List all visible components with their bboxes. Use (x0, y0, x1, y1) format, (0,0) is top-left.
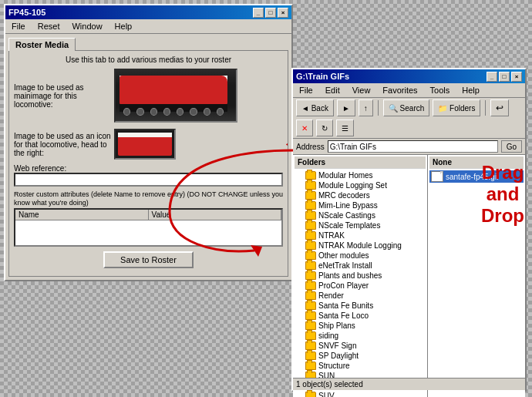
folder-label: NScale Castings (318, 211, 375, 220)
loco-icon-inner (118, 133, 172, 156)
window-content: Use this tab to add various medias to yo… (8, 50, 288, 277)
folder-icon (305, 261, 316, 270)
folder-label: Modular Homes (318, 171, 373, 180)
folder-item[interactable]: Santa Fe Bunits (295, 301, 426, 311)
main-menu-bar: File Reset Window Help (5, 19, 291, 34)
file-menu-view[interactable]: View (349, 85, 374, 96)
loco-main-image (116, 69, 236, 122)
folder-icon (305, 352, 316, 360)
folder-item[interactable]: Render (295, 291, 426, 301)
drag-drop-label: Drag and Drop (481, 162, 524, 227)
folder-icon (305, 301, 316, 310)
views-button[interactable]: ☰ (336, 119, 354, 136)
folder-item[interactable]: siding (295, 331, 426, 341)
go-button[interactable]: Go (501, 140, 522, 153)
wheel-4 (163, 108, 170, 116)
menu-reset[interactable]: Reset (35, 21, 63, 32)
folder-icon (305, 362, 316, 370)
folder-item[interactable]: Other modules (295, 251, 426, 261)
folder-item[interactable]: ProCon Player (295, 281, 426, 291)
folder-item[interactable]: Mim-Line Bypass (295, 200, 426, 210)
delete-button[interactable]: ✕ (296, 119, 313, 136)
folder-icon (305, 311, 316, 320)
folder-icon (305, 211, 316, 220)
folder-item[interactable]: NScale Castings (295, 210, 426, 220)
folder-icon (305, 321, 316, 330)
roster-attrs-section: Roster custom attributes (delete Name to… (14, 190, 283, 207)
folder-icon (305, 281, 316, 290)
folder-item[interactable]: SNVF Sign (295, 341, 426, 351)
refresh-button[interactable]: ↻ (316, 119, 333, 136)
drag-text-line3: Drop (481, 205, 524, 227)
file-menu-edit[interactable]: Edit (322, 85, 343, 96)
folder-item[interactable]: Ship Plans (295, 321, 426, 331)
search-button[interactable]: 🔍 Search (383, 99, 429, 116)
back-button[interactable]: ◄ Back (296, 99, 334, 116)
close-button[interactable]: × (278, 8, 288, 18)
undo-button[interactable]: ↩ (490, 99, 509, 116)
drag-text-line2: and (481, 183, 524, 205)
wheel-8 (217, 108, 224, 116)
file-menu-file[interactable]: File (296, 85, 316, 96)
file-menu-bar: File Edit View Favorites Tools Help (293, 83, 525, 98)
up-button[interactable]: ↑ (359, 99, 373, 116)
folder-item[interactable]: SUV (295, 391, 426, 397)
file-menu-help[interactable]: Help (459, 85, 483, 96)
folder-list: Modular HomesModule Logging SetMRC decod… (295, 170, 426, 397)
roster-attrs-label: Roster custom attributes (delete Name to… (14, 190, 283, 207)
web-ref-input[interactable] (14, 173, 283, 187)
main-image-label: Image to be used as mainimage for this l… (14, 83, 114, 109)
menu-window[interactable]: Window (69, 21, 105, 32)
folder-label: Render (318, 291, 344, 300)
menu-help[interactable]: Help (112, 21, 136, 32)
status-text: 1 object(s) selected (296, 380, 363, 389)
col-name: Name (15, 210, 149, 220)
file-close-btn[interactable]: × (511, 72, 522, 82)
folder-item[interactable]: Module Logging Set (295, 180, 426, 190)
folder-item[interactable]: Santa Fe Loco (295, 311, 426, 321)
folders-button[interactable]: 📁 Folders (433, 99, 480, 116)
instruction-text: Use this tab to add various medias to yo… (14, 56, 283, 64)
folder-icon (305, 221, 316, 230)
folder-icon (305, 191, 316, 200)
folder-icon (305, 231, 316, 240)
loco-body (120, 76, 227, 105)
address-input[interactable] (328, 140, 498, 153)
icon-image-box[interactable] (114, 129, 176, 160)
folder-item[interactable]: Plants and bushes (295, 271, 426, 281)
folder-item[interactable]: Structure (295, 361, 426, 371)
folder-item[interactable]: NTRAK (295, 230, 426, 241)
menu-file[interactable]: File (8, 21, 29, 32)
folder-item[interactable]: eNetTrak Install (295, 261, 426, 271)
col-value: Value (149, 210, 282, 220)
file-minimize-btn[interactable]: _ (487, 72, 497, 82)
folder-label: Module Logging Set (318, 181, 387, 190)
save-to-roster-button[interactable]: Save to Roster (103, 251, 194, 268)
icon-image-section: Image to be used as an icon for that loc… (14, 129, 283, 160)
tab-roster-media[interactable]: Roster Media (8, 38, 76, 51)
toolbar-sep-1 (378, 100, 379, 116)
folder-label: ProCon Player (318, 281, 369, 290)
wheel-6 (190, 108, 197, 116)
file-maximize-btn[interactable]: □ (499, 72, 510, 82)
folder-icon (305, 181, 316, 190)
forward-button[interactable]: ► (337, 99, 355, 116)
maximize-button[interactable]: □ (265, 8, 276, 18)
folder-label: Structure (318, 362, 350, 370)
folder-label: Other modules (318, 251, 369, 260)
folder-label: SNVF Sign (318, 341, 356, 350)
folder-item[interactable]: NScale Templates (295, 220, 426, 230)
folder-item[interactable]: MRC decoders (295, 190, 426, 200)
file-menu-favorites[interactable]: Favorites (379, 85, 420, 96)
file-window-title: G:\Train GIFs (296, 72, 349, 81)
file-menu-tools[interactable]: Tools (427, 85, 453, 96)
folder-item[interactable]: SP Daylight (295, 351, 426, 361)
folder-item[interactable]: NTRAK Module Logging (295, 241, 426, 251)
address-label: Address (296, 143, 325, 151)
folder-label: Mim-Line Bypass (318, 201, 378, 210)
main-image-box[interactable] (114, 69, 237, 123)
minimize-button[interactable]: _ (253, 8, 264, 18)
folder-item[interactable]: Modular Homes (295, 170, 426, 180)
main-window-title: FP45-105 (8, 8, 45, 17)
folder-label: Plants and bushes (318, 271, 382, 280)
